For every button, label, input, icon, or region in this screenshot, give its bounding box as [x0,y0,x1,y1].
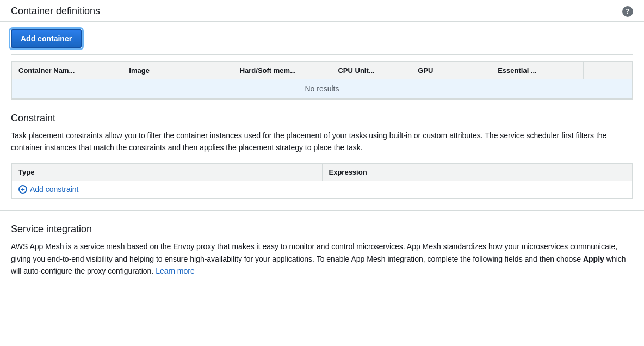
add-container-button[interactable]: Add container [11,29,82,48]
col-actions [583,62,632,79]
apply-label: Apply [583,255,604,263]
service-integration-title: Service integration [11,224,633,235]
constraint-description: Task placement constraints allow you to … [11,129,633,154]
help-icon[interactable]: ? [622,6,633,17]
add-constraint-label: Add constraint [30,185,79,194]
add-constraint-link[interactable]: + Add constraint [18,185,79,194]
col-cpu-units: CPU Unit... [331,62,411,79]
service-integration-description: AWS App Mesh is a service mesh based on … [11,240,633,277]
no-results-row: No results [12,79,633,99]
col-type: Type [12,163,323,181]
col-expression: Expression [322,163,633,181]
page-wrapper: Container definitions ? Add container Co… [0,0,644,346]
no-results-text: No results [12,79,633,99]
service-integration-desc-part1: AWS App Mesh is a service mesh based on … [11,242,617,263]
col-hard-soft-mem: Hard/Soft mem... [233,62,331,79]
add-constraint-cell: + Add constraint [12,181,633,199]
plus-circle-icon: + [18,185,27,194]
container-definitions-table: Container Nam... Image Hard/Soft mem... … [11,61,633,99]
container-definitions-title: Container definitions [11,5,100,17]
add-container-area: Add container Container Nam... Image Har… [0,22,644,100]
col-image: Image [122,62,233,79]
col-gpu: GPU [411,62,491,79]
constraint-table-container: Type Expression + Add constraint [11,163,633,200]
learn-more-link[interactable]: Learn more [156,267,195,275]
add-constraint-row: + Add constraint [12,181,633,199]
service-integration-section: Service integration AWS App Mesh is a se… [0,210,644,288]
container-definitions-header: Container definitions ? [0,0,644,22]
col-container-name: Container Nam... [12,62,122,79]
constraint-table: Type Expression + Add constraint [11,163,633,199]
constraint-title: Constraint [11,113,633,124]
constraint-section: Constraint Task placement constraints al… [0,100,644,199]
container-table-header-row: Container Nam... Image Hard/Soft mem... … [12,62,633,79]
constraint-header-row: Type Expression [12,163,633,181]
col-essential: Essential ... [491,62,583,79]
